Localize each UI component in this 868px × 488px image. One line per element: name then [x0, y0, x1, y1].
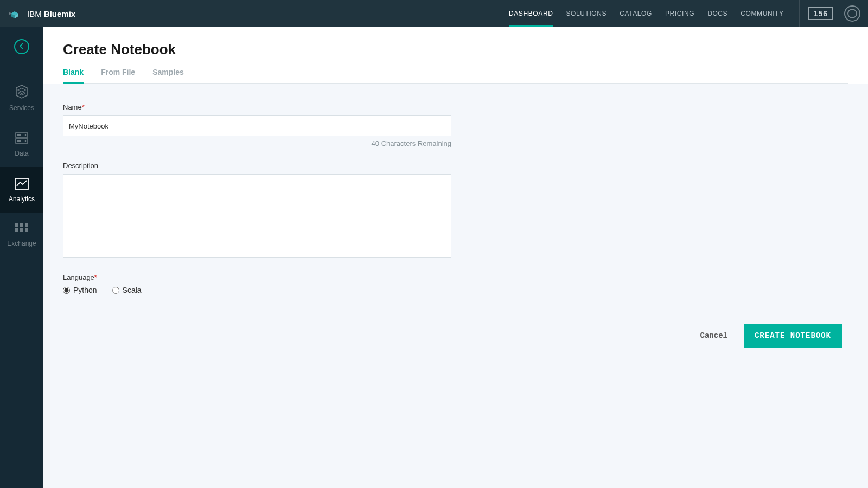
- cancel-button[interactable]: Cancel: [700, 331, 727, 340]
- tab-samples[interactable]: Samples: [152, 68, 184, 83]
- sidebar-item-services[interactable]: Services: [0, 74, 43, 121]
- sidebar-item-analytics[interactable]: Analytics: [0, 167, 43, 213]
- sidebar: Services Data Analytics: [0, 27, 43, 488]
- language-radios: Python Scala: [63, 286, 848, 294]
- form-row-name: Name* 40 Characters Remaining: [63, 103, 848, 147]
- name-char-remaining: 40 Characters Remaining: [63, 139, 451, 147]
- radio-scala-input[interactable]: [112, 287, 119, 294]
- sidebar-item-label: Data: [15, 150, 28, 157]
- top-right: 156: [799, 0, 860, 27]
- user-avatar[interactable]: [844, 5, 860, 22]
- svg-rect-13: [25, 228, 28, 232]
- form-row-description: Description: [63, 162, 848, 259]
- svg-point-0: [9, 12, 11, 15]
- svg-rect-6: [17, 140, 21, 142]
- create-notebook-button[interactable]: CREATE NOTEBOOK: [744, 324, 842, 348]
- svg-rect-10: [25, 223, 28, 227]
- arrow-left-icon: [18, 42, 25, 52]
- form-row-language: Language* Python Scala: [63, 273, 848, 294]
- radio-scala-label: Scala: [123, 286, 142, 294]
- radio-python[interactable]: Python: [63, 286, 97, 294]
- nav-docs[interactable]: DOCS: [701, 0, 734, 27]
- svg-rect-11: [15, 228, 18, 232]
- tabs: Blank From File Samples: [63, 68, 848, 84]
- top-nav: DASHBOARD SOLUTIONS CATALOG PRICING DOCS…: [502, 0, 790, 27]
- svg-rect-5: [17, 134, 21, 136]
- analytics-icon: [14, 177, 30, 191]
- radio-python-label: Python: [73, 286, 97, 294]
- main: Create Notebook Blank From File Samples …: [43, 27, 868, 488]
- nav-community[interactable]: COMMUNITY: [734, 0, 790, 27]
- exchange-icon: [14, 222, 29, 235]
- user-avatar-icon: [847, 9, 857, 18]
- trial-days-badge[interactable]: 156: [808, 7, 833, 20]
- svg-rect-12: [20, 228, 23, 232]
- top-bar: IBM Bluemix DASHBOARD SOLUTIONS CATALOG …: [0, 0, 868, 27]
- services-icon: [14, 84, 30, 100]
- form-actions: Cancel CREATE NOTEBOOK: [63, 324, 848, 348]
- sidebar-item-label: Services: [9, 104, 34, 112]
- page-title: Create Notebook: [63, 41, 848, 58]
- tab-blank[interactable]: Blank: [63, 68, 84, 83]
- brand-text: IBM Bluemix: [27, 9, 75, 18]
- sidebar-item-label: Analytics: [9, 195, 35, 203]
- tab-from-file[interactable]: From File: [101, 68, 135, 83]
- svg-point-4: [25, 140, 27, 142]
- nav-solutions[interactable]: SOLUTIONS: [559, 0, 613, 27]
- bluemix-logo-icon: [8, 7, 22, 21]
- nav-dashboard[interactable]: DASHBOARD: [502, 0, 559, 27]
- data-icon: [14, 131, 30, 145]
- sidebar-item-data[interactable]: Data: [0, 121, 43, 167]
- svg-point-3: [25, 134, 27, 136]
- nav-catalog[interactable]: CATALOG: [613, 0, 659, 27]
- page-header: Create Notebook Blank From File Samples: [43, 27, 868, 84]
- radio-python-input[interactable]: [63, 287, 70, 294]
- form-area: Name* 40 Characters Remaining Descriptio…: [43, 84, 868, 488]
- sidebar-item-label: Exchange: [7, 240, 36, 247]
- back-button[interactable]: [14, 39, 29, 54]
- description-input[interactable]: [63, 174, 451, 258]
- name-input[interactable]: [63, 115, 451, 136]
- svg-rect-9: [20, 223, 23, 227]
- nav-pricing[interactable]: PRICING: [659, 0, 701, 27]
- brand: IBM Bluemix: [8, 7, 75, 21]
- svg-rect-8: [15, 223, 18, 227]
- radio-scala[interactable]: Scala: [112, 286, 142, 294]
- language-label: Language*: [63, 273, 848, 281]
- description-label: Description: [63, 162, 848, 170]
- sidebar-item-exchange[interactable]: Exchange: [0, 213, 43, 257]
- name-label: Name*: [63, 103, 848, 111]
